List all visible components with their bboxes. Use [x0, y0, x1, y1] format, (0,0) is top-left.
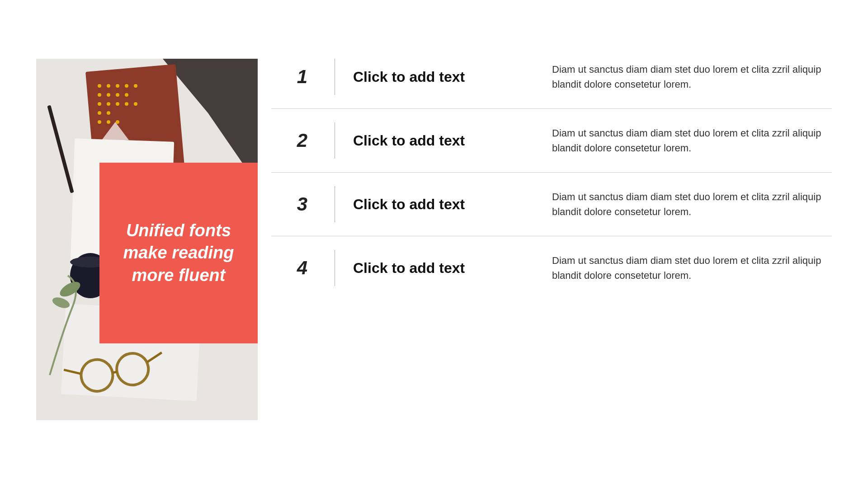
svg-point-9 — [107, 93, 110, 97]
divider-4 — [335, 250, 335, 286]
item-description-3: Diam ut sanctus diam diam stet duo lorem… — [525, 189, 832, 219]
svg-point-8 — [98, 93, 101, 97]
item-number-4: 4 — [271, 257, 316, 279]
item-number-2: 2 — [271, 130, 316, 151]
divider-2 — [335, 122, 335, 159]
svg-point-12 — [98, 102, 101, 106]
overlay-text: Unified fonts make reading more fluent — [113, 220, 244, 286]
item-title-4[interactable]: Click to add text — [353, 260, 525, 277]
svg-point-19 — [98, 120, 101, 124]
item-description-2: Diam ut sanctus diam diam stet duo lorem… — [525, 126, 832, 155]
item-title-3[interactable]: Click to add text — [353, 196, 525, 213]
svg-point-14 — [116, 102, 119, 106]
list-item: 2 Click to add text Diam ut sanctus diam… — [271, 109, 832, 173]
svg-point-15 — [125, 102, 128, 106]
item-number-3: 3 — [271, 193, 316, 215]
item-title-1[interactable]: Click to add text — [353, 69, 525, 85]
svg-point-18 — [107, 111, 110, 115]
svg-point-13 — [107, 102, 110, 106]
right-section: 1 Click to add text Diam ut sanctus diam… — [271, 45, 832, 300]
list-item: 4 Click to add text Diam ut sanctus diam… — [271, 236, 832, 300]
list-item: 3 Click to add text Diam ut sanctus diam… — [271, 173, 832, 236]
svg-point-10 — [116, 93, 119, 97]
svg-point-3 — [98, 84, 101, 88]
svg-point-4 — [107, 84, 110, 88]
item-description-1: Diam ut sanctus diam diam stet duo lorem… — [525, 62, 832, 92]
divider-1 — [335, 59, 335, 95]
list-item: 1 Click to add text Diam ut sanctus diam… — [271, 45, 832, 109]
divider-3 — [335, 186, 335, 222]
image-background: Unified fonts make reading more fluent — [36, 59, 258, 420]
svg-point-7 — [134, 84, 137, 88]
svg-point-17 — [98, 111, 101, 115]
item-number-1: 1 — [271, 66, 316, 88]
svg-point-21 — [116, 120, 119, 124]
svg-point-6 — [125, 84, 128, 88]
svg-point-20 — [107, 120, 110, 124]
svg-point-11 — [125, 93, 128, 97]
red-overlay: Unified fonts make reading more fluent — [99, 163, 258, 343]
item-description-4: Diam ut sanctus diam diam stet duo lorem… — [525, 253, 832, 283]
item-title-2[interactable]: Click to add text — [353, 132, 525, 149]
svg-point-16 — [134, 102, 137, 106]
svg-point-5 — [116, 84, 119, 88]
left-section: Unified fonts make reading more fluent — [36, 59, 258, 420]
svg-line-30 — [113, 372, 117, 373]
slide: Unified fonts make reading more fluent 1… — [0, 0, 868, 488]
